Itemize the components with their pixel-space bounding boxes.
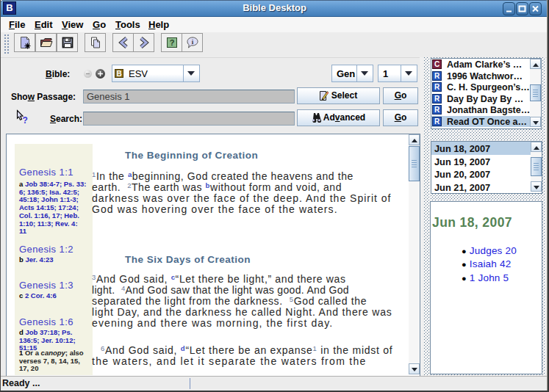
svg-text:?: ? [23, 115, 28, 126]
svg-text:?: ? [169, 38, 174, 47]
svg-text:B: B [116, 70, 121, 78]
